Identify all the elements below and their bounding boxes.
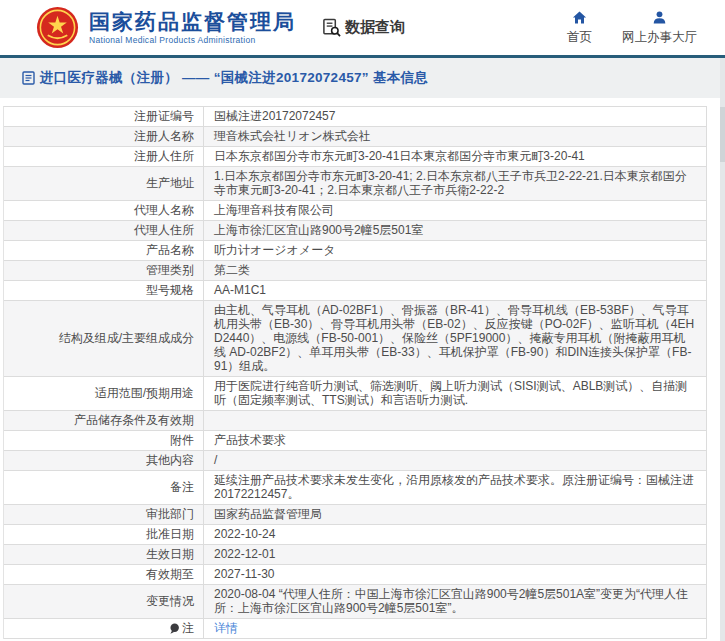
row-value: 第二类 [204, 261, 706, 280]
table-row: 产品名称听力计オージオメータ [4, 241, 706, 261]
nav-service-hall-label: 网上办事大厅 [622, 29, 697, 46]
table-row: 审批部门国家药品监督管理局 [4, 505, 706, 525]
row-label: 型号规格 [4, 281, 204, 300]
nmpa-emblem-logo [36, 6, 79, 49]
scrollbar-thumb[interactable] [720, 107, 725, 162]
row-value-text: 第二类 [214, 263, 250, 277]
row-value: 国械注进20172072457 [204, 107, 706, 126]
table-row: 批准日期2022-10-24 [4, 525, 706, 545]
table-row: 注详情 [4, 619, 706, 639]
table-row: 适用范围/预期用途用于医院进行纯音听力测试、筛选测听、阈上听力测试（SISI测试… [4, 377, 706, 411]
row-label: 管理类别 [4, 261, 204, 280]
page: 国家药品监督管理局 National Medical Products Admi… [0, 0, 725, 641]
table-row: 注册证编号国械注进20172072457 [4, 107, 706, 127]
row-value: 听力计オージオメータ [204, 241, 706, 260]
row-value: 上海市徐汇区宜山路900号2幢5层501室 [204, 221, 706, 240]
row-value-text: 理音株式会社リオン株式会社 [214, 129, 371, 143]
row-label: 变更情况 [4, 585, 204, 618]
nav-service-hall[interactable]: 网上办事大厅 [622, 10, 697, 46]
row-value: / [204, 451, 706, 470]
row-label: 注 [4, 619, 204, 638]
row-label-text: 备注 [170, 480, 194, 494]
row-value-text: 2020-08-04 “代理人住所：中国上海市徐汇区宜山路900号2幢5层501… [214, 587, 688, 615]
table-row: 附件产品技术要求 [4, 431, 706, 451]
row-value: 详情 [204, 619, 706, 638]
row-label-text: 生效日期 [146, 547, 194, 561]
agency-name-en: National Medical Products Administration [89, 35, 296, 45]
row-value-text: 国家药品监督管理局 [214, 507, 322, 521]
row-label-text: 注册人名称 [134, 129, 194, 143]
row-value: 2027-11-30 [204, 565, 706, 584]
row-label-text: 管理类别 [146, 263, 194, 277]
row-label-text: 代理人名称 [134, 203, 194, 217]
row-label-text: 其他内容 [146, 453, 194, 467]
note-icon [169, 623, 180, 634]
row-value-text: 2022-12-01 [214, 547, 275, 561]
info-table: 注册证编号国械注进20172072457注册人名称理音株式会社リオン株式会社注册… [3, 106, 707, 639]
home-icon [572, 10, 587, 25]
data-query-label: 数据查询 [345, 18, 405, 37]
row-value: 延续注册产品技术要求未发生变化，沿用原核发的产品技术要求。原注册证编号：国械注进… [204, 471, 706, 504]
row-value-text: 1.日本东京都国分寺市东元町3-20-41; 2.日本东京都八王子市兵卫2-22… [214, 169, 687, 197]
row-label-text: 审批部门 [146, 507, 194, 521]
row-value-text: 由主机、气导耳机（AD-02BF1）、骨振器（BR-41）、骨导耳机线（EB-5… [214, 303, 694, 373]
row-value: 2022-10-24 [204, 525, 706, 544]
row-value-text: 听力计オージオメータ [214, 243, 335, 257]
row-value: 日本东京都国分寺市东元町3-20-41日本東京都国分寺市東元町3-20-41 [204, 147, 706, 166]
row-label-text: 型号规格 [146, 283, 194, 297]
table-row: 注册人住所日本东京都国分寺市东元町3-20-41日本東京都国分寺市東元町3-20… [4, 147, 706, 167]
scrollbar-track[interactable] [720, 58, 725, 641]
row-label: 其他内容 [4, 451, 204, 470]
row-value-text: 2027-11-30 [214, 567, 275, 581]
row-value: 2020-08-04 “代理人住所：中国上海市徐汇区宜山路900号2幢5层501… [204, 585, 706, 618]
table-row: 管理类别第二类 [4, 261, 706, 281]
row-value: 用于医院进行纯音听力测试、筛选测听、阈上听力测试（SISI测试、ABLB测试）、… [204, 377, 706, 410]
row-label-text: 适用范围/预期用途 [95, 386, 194, 400]
table-row: 型号规格AA-M1C1 [4, 281, 706, 301]
row-value-text: / [214, 453, 217, 467]
row-value-text: 延续注册产品技术要求未发生变化，沿用原核发的产品技术要求。原注册证编号：国械注进… [214, 473, 694, 501]
table-row: 有效期至2027-11-30 [4, 565, 706, 585]
row-label: 有效期至 [4, 565, 204, 584]
row-label: 结构及组成/主要组成成分 [4, 301, 204, 376]
row-label-text: 结构及组成/主要组成成分 [59, 331, 194, 345]
details-link[interactable]: 详情 [214, 621, 238, 635]
row-value: 2022-12-01 [204, 545, 706, 564]
row-value: 国家药品监督管理局 [204, 505, 706, 524]
row-value: 1.日本东京都国分寺市东元町3-20-41; 2.日本东京都八王子市兵卫2-22… [204, 167, 706, 200]
top-nav: 首页 网上办事大厅 [567, 0, 697, 46]
table-row: 结构及组成/主要组成成分由主机、气导耳机（AD-02BF1）、骨振器（BR-41… [4, 301, 706, 377]
row-value-text: 日本东京都国分寺市东元町3-20-41日本東京都国分寺市東元町3-20-41 [214, 149, 585, 163]
row-value-text: 产品技术要求 [214, 433, 286, 447]
nav-home[interactable]: 首页 [567, 10, 592, 46]
row-label: 产品储存条件及有效期 [4, 411, 204, 430]
row-label-text: 有效期至 [146, 567, 194, 581]
row-label: 附件 [4, 431, 204, 450]
row-value-text: 上海市徐汇区宜山路900号2幢5层501室 [214, 223, 423, 237]
row-label-text: 批准日期 [146, 527, 194, 541]
row-value-text: 用于医院进行纯音听力测试、筛选测听、阈上听力测试（SISI测试、ABLB测试）、… [214, 379, 687, 407]
row-label: 注册证编号 [4, 107, 204, 126]
row-label-text: 注册人住所 [134, 149, 194, 163]
agency-title-block: 国家药品监督管理局 National Medical Products Admi… [89, 10, 296, 45]
agency-name-cn: 国家药品监督管理局 [89, 10, 296, 34]
row-value-text: 2022-10-24 [214, 527, 275, 541]
data-query-tab[interactable]: 数据查询 [322, 18, 405, 37]
breadcrumb-band: 进口医疗器械（注册） —— “国械注进20172072457” 基本信息 [0, 58, 725, 98]
row-label-text: 生产地址 [146, 176, 194, 190]
table-row: 产品储存条件及有效期 [4, 411, 706, 431]
row-label: 备注 [4, 471, 204, 504]
breadcrumb-text: 进口医疗器械（注册） —— “国械注进20172072457” 基本信息 [40, 69, 428, 87]
table-row: 变更情况2020-08-04 “代理人住所：中国上海市徐汇区宜山路900号2幢5… [4, 585, 706, 619]
row-value-text: AA-M1C1 [214, 283, 266, 297]
row-label-text: 产品储存条件及有效期 [74, 413, 194, 427]
row-value-text: 国械注进20172072457 [214, 109, 335, 123]
row-label: 生产地址 [4, 167, 204, 200]
row-label: 注册人名称 [4, 127, 204, 146]
header: 国家药品监督管理局 National Medical Products Admi… [0, 0, 725, 55]
table-row: 其他内容/ [4, 451, 706, 471]
row-value: 理音株式会社リオン株式会社 [204, 127, 706, 146]
person-icon [652, 10, 667, 25]
document-icon [22, 71, 35, 85]
row-value [204, 411, 706, 430]
